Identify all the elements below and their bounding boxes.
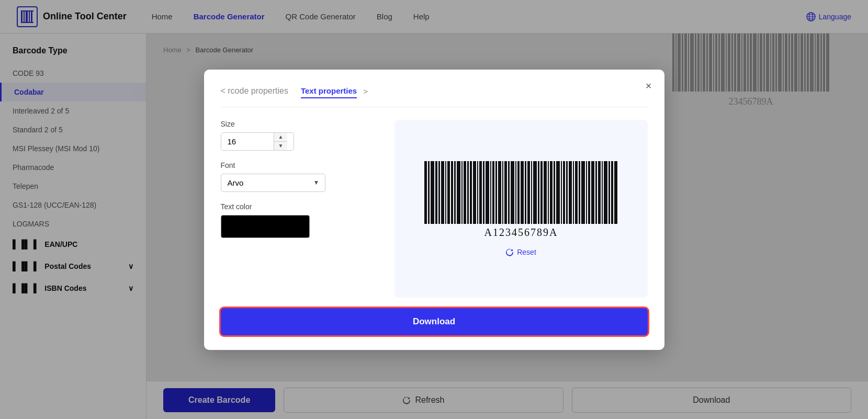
svg-rect-85 [490,161,491,224]
reset-icon [505,248,514,256]
svg-rect-91 [508,161,510,224]
svg-rect-83 [483,161,484,224]
modal-overlay[interactable]: < rcode properties Text properties > × S… [0,0,868,419]
svg-rect-102 [544,161,547,224]
svg-rect-99 [533,161,537,224]
svg-rect-74 [454,161,456,224]
svg-rect-94 [517,161,520,224]
svg-rect-100 [538,161,539,224]
svg-rect-82 [479,161,482,224]
size-input[interactable] [221,133,274,150]
font-select-arrow-icon: ▼ [308,179,325,186]
svg-rect-71 [445,161,446,224]
modal-header: < rcode properties Text properties > [221,84,648,107]
svg-rect-92 [511,161,514,224]
svg-rect-93 [515,161,516,224]
size-field-group: Size ▲ ▼ [221,120,378,151]
svg-rect-108 [563,161,565,224]
svg-rect-104 [550,161,553,224]
svg-rect-98 [531,161,532,224]
modal-tab-text-properties[interactable]: Text properties [301,84,357,98]
svg-rect-106 [556,161,560,224]
svg-rect-77 [464,161,466,224]
svg-rect-78 [467,161,469,224]
svg-rect-119 [598,161,601,224]
reset-label: Reset [517,248,536,256]
font-field-group: Font Arvo Arial Georgia Courier Verdana … [221,161,378,192]
svg-rect-65 [424,161,427,224]
modal-tab-arrow-next[interactable]: > [363,87,368,96]
modal-barcode-preview: A123456789A Reset [394,120,648,298]
svg-rect-72 [447,161,450,224]
svg-rect-118 [595,161,597,224]
svg-rect-124 [614,161,617,224]
size-input-wrap: ▲ ▼ [221,132,294,151]
svg-rect-84 [486,161,489,224]
svg-rect-68 [435,161,437,224]
svg-rect-110 [569,161,572,224]
size-decrement-button[interactable]: ▼ [274,142,288,150]
svg-rect-107 [561,161,562,224]
font-label: Font [221,161,378,169]
size-increment-button[interactable]: ▲ [274,133,288,142]
size-spinners: ▲ ▼ [274,133,288,150]
svg-rect-109 [566,161,568,224]
font-select[interactable]: Arvo Arial Georgia Courier Verdana [221,174,308,191]
svg-rect-121 [604,161,607,224]
svg-rect-95 [521,161,524,224]
svg-rect-123 [611,161,613,224]
svg-rect-73 [451,161,453,224]
modal-body: Size ▲ ▼ Font Arvo Arial [221,120,648,298]
svg-rect-81 [477,161,478,224]
svg-rect-88 [498,161,501,224]
svg-rect-114 [581,161,585,224]
svg-rect-87 [495,161,497,224]
modal-tab-prev[interactable]: < rcode properties [221,84,288,98]
svg-rect-112 [575,161,578,224]
text-color-group: Text color [221,202,378,238]
svg-rect-105 [554,161,555,224]
svg-rect-90 [504,161,507,224]
reset-link[interactable]: Reset [505,248,536,256]
svg-text:A123456789A: A123456789A [484,227,558,238]
modal-form: Size ▲ ▼ Font Arvo Arial [221,120,378,298]
svg-rect-111 [573,161,574,224]
font-select-wrap: Arvo Arial Georgia Courier Verdana ▼ [221,174,325,192]
text-color-swatch[interactable] [221,215,310,238]
svg-rect-115 [586,161,587,224]
svg-rect-80 [473,161,476,224]
svg-rect-86 [492,161,494,224]
svg-rect-120 [602,161,603,224]
svg-rect-69 [438,161,440,224]
svg-rect-79 [470,161,472,224]
svg-rect-89 [502,161,503,224]
svg-rect-116 [588,161,590,224]
modal-download-button[interactable]: Download [221,308,648,335]
svg-rect-75 [457,161,460,224]
svg-rect-101 [540,161,543,224]
svg-rect-122 [608,161,610,224]
svg-rect-66 [428,161,430,224]
size-label: Size [221,120,378,128]
svg-rect-96 [525,161,526,224]
svg-rect-113 [579,161,580,224]
svg-rect-117 [591,161,594,224]
svg-rect-70 [441,161,444,224]
svg-rect-103 [548,161,549,224]
svg-rect-97 [527,161,530,224]
text-color-label: Text color [221,202,378,211]
modal-dialog: < rcode properties Text properties > × S… [204,70,664,350]
barcode-preview-svg: A123456789A [422,161,621,240]
svg-rect-67 [431,161,434,224]
modal-close-button[interactable]: × [646,80,652,92]
svg-rect-76 [461,161,463,224]
